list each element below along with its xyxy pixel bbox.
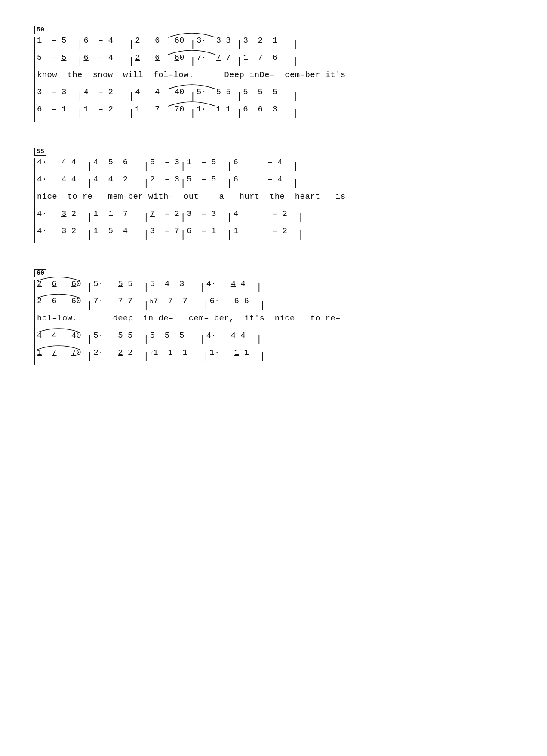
music-row-55-1: 4· 4 4 | 4 5 6 | 5 – 3 | 1 – 5 | 6 – 4 | xyxy=(37,158,513,175)
lyric-row-60: hol–low. deep in de– cem– ber, it's nice… xyxy=(37,314,513,331)
music-row-60-2: 2 6 60 | 7· 7 7 | b7 7 7 | 6· 6 6 | xyxy=(37,297,513,313)
lyric-row-55: nice to re– mem–ber with– out a hurt the… xyxy=(37,193,513,209)
row-50-2: 5 – 5 | 6 – 4 | 2 6 60 | 7· 7 7 | 1 7 6 … xyxy=(37,54,513,70)
row-60-1: 2 6 60 | 5· 5 5 | 5 4 3 | 4· 4 4 | xyxy=(37,280,513,296)
music-row-60-5: 1 7 70 | 2· 2 2 | ♯1 1 1 | 1· 1 1 | xyxy=(37,349,513,365)
music-row-50-1: 1 – 5 | 6 – 4 | 2 6 60 | 3· 3 3 | 3 2 1 … xyxy=(37,37,513,53)
staff-50: 1 – 5 | 6 – 4 | 2 6 60 | 3· 3 3 | 3 2 1 … xyxy=(34,37,513,122)
section-55: 55 4· 4 4 | 4 5 6 | 5 – 3 | 1 – 5 | 6 – … xyxy=(34,148,513,243)
section-60: 60 2 6 60 | 5· 5 5 | 5 4 3 | 4· 4 4 | xyxy=(34,269,513,365)
lyric-row-50: know the snow will fol–low. Deep inDe– c… xyxy=(37,71,513,87)
staff-60: 2 6 60 | 5· 5 5 | 5 4 3 | 4· 4 4 | xyxy=(34,280,513,365)
music-row-55-5: 4· 3 2 | 1 5 4 | 3 – 7 | 6 – 1 | 1 – 2 | xyxy=(37,227,513,243)
section-50: 50 1 – 5 | 6 – 4 | 2 6 60 | 3· 3 3 xyxy=(34,26,513,122)
row-60-5: 1 7 70 | 2· 2 2 | ♯1 1 1 | 1· 1 1 | xyxy=(37,349,513,365)
music-row-50-5: 6 – 1 | 1 – 2 | 1 7 70 | 1· 1 1 | 6 6 3 … xyxy=(37,105,513,122)
measure-number-60: 60 xyxy=(34,269,513,280)
row-50-5: 6 – 1 | 1 – 2 | 1 7 70 | 1· 1 1 | 6 6 3 … xyxy=(37,105,513,122)
row-60-4: 4 4 40 | 5· 5 5 | 5 5 5 | 4· 4 4 | xyxy=(37,332,513,348)
measure-number-55: 55 xyxy=(34,148,513,158)
music-row-60-1: 2 6 60 | 5· 5 5 | 5 4 3 | 4· 4 4 | xyxy=(37,280,513,296)
measure-number-50: 50 xyxy=(34,26,513,37)
music-row-55-2: 4· 4 4 | 4 4 2 | 2 – 3 | 5 – 5 | 6 – 4 | xyxy=(37,175,513,192)
row-60-2: 2 6 60 | 7· 7 7 | b7 7 7 | 6· 6 6 | xyxy=(37,297,513,313)
music-row-55-4: 4· 3 2 | 1 1 7 | 7 – 2 | 3 – 3 | 4 – 2 | xyxy=(37,210,513,226)
music-row-50-4: 3 – 3 | 4 – 2 | 4 4 40 | 5· 5 5 | 5 5 5 … xyxy=(37,88,513,104)
staff-55: 4· 4 4 | 4 5 6 | 5 – 3 | 1 – 5 | 6 – 4 |… xyxy=(34,158,513,243)
music-row-50-2: 5 – 5 | 6 – 4 | 2 6 60 | 7· 7 7 | 1 7 6 … xyxy=(37,54,513,70)
row-50-1: 1 – 5 | 6 – 4 | 2 6 60 | 3· 3 3 | 3 2 1 … xyxy=(37,37,513,53)
row-50-4: 3 – 3 | 4 – 2 | 4 4 40 | 5· 5 5 | 5 5 5 … xyxy=(37,88,513,104)
music-row-60-4: 4 4 40 | 5· 5 5 | 5 5 5 | 4· 4 4 | xyxy=(37,332,513,348)
